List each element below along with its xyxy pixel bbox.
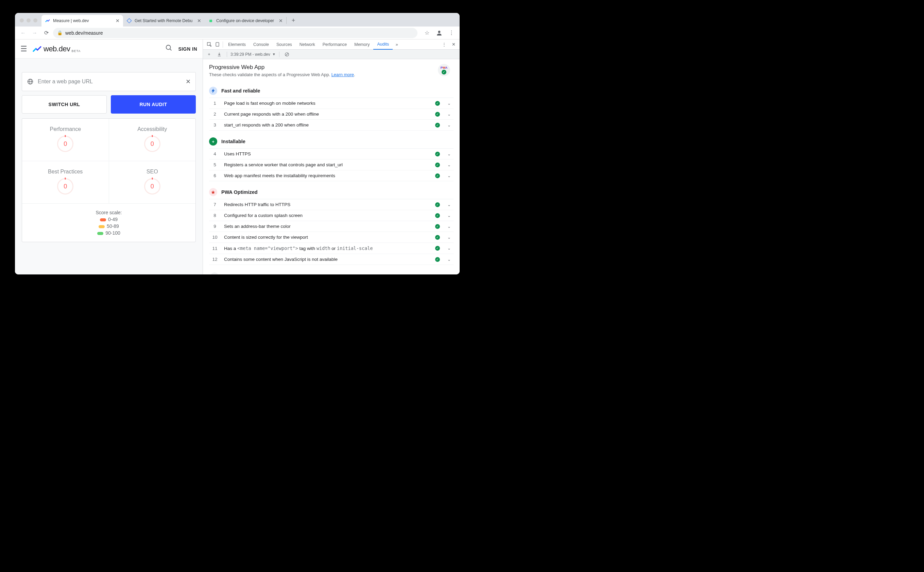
manual-count: 3 audits: [426, 274, 442, 275]
forward-button[interactable]: →: [30, 28, 39, 38]
audit-item-row[interactable]: 10Content is sized correctly for the vie…: [209, 232, 454, 243]
chevron-down-icon[interactable]: ⌄: [446, 152, 452, 157]
score-cell: Accessibility 0: [109, 119, 196, 161]
tab-network[interactable]: Network: [296, 39, 319, 49]
score-gauge: 0: [57, 178, 73, 194]
webdev-logo[interactable]: web.dev BETA: [33, 45, 81, 53]
new-audit-icon[interactable]: +: [205, 50, 213, 59]
tab-audits[interactable]: Audits: [373, 40, 393, 50]
audit-item-row[interactable]: 9Sets an address-bar theme color✓⌄: [209, 221, 454, 232]
score-gauge: 0: [57, 136, 73, 152]
audit-text: Page load is fast enough on mobile netwo…: [224, 101, 429, 106]
chevron-down-icon[interactable]: ⌄: [446, 123, 452, 127]
star-icon: ★: [209, 188, 217, 196]
score-scale-label: Score scale:: [22, 210, 195, 215]
devtools-kebab-icon[interactable]: ⋮: [440, 40, 448, 49]
chevron-down-icon[interactable]: ⌄: [446, 112, 452, 117]
clear-input-icon[interactable]: ✕: [186, 78, 191, 85]
audit-item-row[interactable]: 6Web app manifest meets the installabili…: [209, 170, 454, 181]
bookmark-icon[interactable]: ☆: [422, 28, 432, 38]
browser-tab[interactable]: Get Started with Remote Debu ✕: [123, 15, 205, 26]
svg-rect-11: [216, 42, 219, 46]
chevron-down-icon[interactable]: ⌄: [446, 224, 452, 229]
pass-check-icon: ✓: [435, 101, 440, 106]
check-icon: ✓: [442, 70, 446, 75]
audit-item-row[interactable]: 4Uses HTTPS✓⌄: [209, 149, 454, 160]
clear-icon[interactable]: [283, 50, 291, 59]
download-report-icon[interactable]: [215, 50, 223, 59]
svg-point-5: [166, 45, 171, 50]
browser-tab[interactable]: Configure on-device developer ✕: [205, 15, 286, 26]
learn-more-link[interactable]: Learn more: [332, 72, 354, 77]
audit-item-row[interactable]: 11Has a <meta name="viewport"> tag with …: [209, 243, 454, 254]
kebab-menu-icon[interactable]: ⋮: [447, 28, 456, 38]
window-zoom-icon[interactable]: [33, 19, 37, 22]
chevron-down-icon[interactable]: ⌄: [446, 202, 452, 207]
close-tab-icon[interactable]: ✕: [116, 18, 120, 23]
tab-performance[interactable]: Performance: [319, 39, 351, 49]
score-label: Accessibility: [113, 126, 192, 132]
new-tab-button[interactable]: +: [288, 16, 298, 25]
window-close-icon[interactable]: [20, 19, 24, 22]
tab-title: Configure on-device developer: [216, 19, 276, 23]
chevron-down-icon[interactable]: ⌄: [446, 101, 452, 106]
device-mode-icon[interactable]: [213, 40, 221, 49]
chevron-down-icon[interactable]: ⌄: [446, 257, 452, 262]
signin-button[interactable]: SIGN IN: [178, 46, 197, 52]
pass-check-icon: ✓: [435, 112, 440, 117]
audit-text: Web app manifest meets the installabilit…: [224, 173, 429, 178]
chevron-down-icon[interactable]: ⌄: [446, 213, 452, 218]
webdev-logo-icon: [33, 45, 42, 53]
svg-line-6: [170, 49, 172, 51]
legend-range: 90-100: [105, 230, 120, 236]
dropdown-caret-icon[interactable]: ▼: [272, 52, 276, 56]
logo-text: web.dev: [43, 45, 70, 53]
audit-text: Contains some content when JavaScript is…: [224, 257, 429, 262]
score-label: SEO: [113, 169, 192, 175]
chevron-down-icon[interactable]: ⌄: [446, 163, 452, 167]
inspect-element-icon[interactable]: [205, 40, 213, 49]
hamburger-menu-icon[interactable]: ☰: [20, 45, 27, 53]
search-icon[interactable]: [165, 44, 173, 53]
group-title: PWA Optimized: [221, 190, 258, 195]
address-bar[interactable]: 🔒 web.dev/measure: [53, 28, 417, 38]
window-minimize-icon[interactable]: [26, 19, 31, 22]
audit-group-header: +Installable: [209, 134, 454, 149]
back-button[interactable]: ←: [19, 28, 28, 38]
tab-sources[interactable]: Sources: [273, 39, 296, 49]
audit-number: 12: [212, 257, 218, 262]
audit-text: Redirects HTTP traffic to HTTPS: [224, 202, 429, 207]
manual-check-group[interactable]: Additional items to manually check 3 aud…: [209, 268, 454, 274]
url-input-card: ✕: [22, 72, 196, 91]
audits-subtoolbar: + 3:39:29 PM - web.dev ▼: [203, 50, 460, 59]
devtools-close-icon[interactable]: ✕: [450, 40, 457, 49]
audit-item-row[interactable]: 2Current page responds with a 200 when o…: [209, 109, 454, 120]
run-audit-button[interactable]: RUN AUDIT: [111, 95, 196, 113]
chevron-down-icon[interactable]: ⌄: [446, 173, 452, 178]
url-input[interactable]: [38, 79, 181, 85]
profile-icon[interactable]: [434, 28, 444, 38]
audit-number: 7: [212, 202, 218, 207]
devtools-panel: Elements Console Sources Network Perform…: [203, 39, 460, 274]
audit-item-row[interactable]: 7Redirects HTTP traffic to HTTPS✓⌄: [209, 199, 454, 210]
close-tab-icon[interactable]: ✕: [197, 18, 201, 23]
more-tabs-icon[interactable]: »: [393, 40, 401, 49]
svg-point-2: [210, 19, 210, 19]
close-tab-icon[interactable]: ✕: [279, 18, 283, 23]
audit-item-row[interactable]: 5Registers a service worker that control…: [209, 160, 454, 170]
tab-console[interactable]: Console: [250, 39, 273, 49]
tab-elements[interactable]: Elements: [224, 39, 250, 49]
audit-item-row[interactable]: 3start_url responds with a 200 when offl…: [209, 120, 454, 131]
browser-tab[interactable]: Measure | web.dev ✕: [42, 15, 123, 26]
chevron-down-icon[interactable]: ⌄: [446, 235, 452, 240]
pass-check-icon: ✓: [435, 163, 440, 167]
chevron-down-icon[interactable]: ⌄: [446, 246, 452, 251]
score-label: Performance: [25, 126, 105, 132]
audit-item-row[interactable]: 12Contains some content when JavaScript …: [209, 254, 454, 265]
audit-item-row[interactable]: 1Page load is fast enough on mobile netw…: [209, 98, 454, 109]
reload-button[interactable]: ⟳: [42, 28, 51, 38]
audit-item-row[interactable]: 8Configured for a custom splash screen✓⌄: [209, 210, 454, 221]
switch-url-button[interactable]: SWITCH URL: [22, 95, 107, 113]
score-gauge: 0: [144, 178, 160, 194]
tab-memory[interactable]: Memory: [350, 39, 373, 49]
